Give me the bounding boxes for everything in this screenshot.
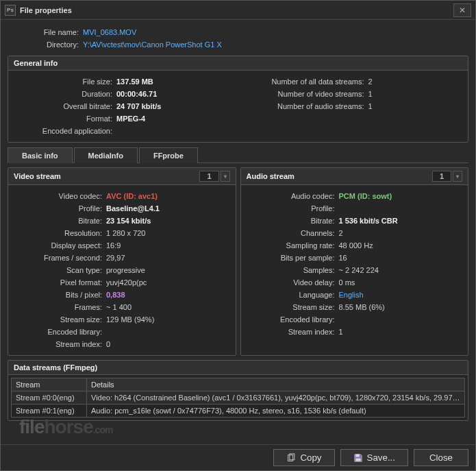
window-close-button[interactable]: ✕ [453,3,471,17]
table-header-row: Stream Details [12,378,465,391]
field-value: PCM (ID: sowt) [339,191,392,202]
field-value: MPEG-4 [116,113,145,124]
audio-stream-title: Audio stream [247,172,295,180]
field-label: Overall bitrate: [14,101,116,112]
field-value: 0 ms [339,277,355,288]
video-stream-title: Video stream [14,172,61,180]
file-name-value[interactable]: MVI_0683.MOV [83,27,136,38]
field-value: 0,838 [106,289,125,300]
directory-value[interactable]: Y:\AV\vctest\mov\Canon PowerShot G1 X [83,39,222,50]
copy-icon [286,453,296,463]
field-value: yuvj420p(pc [106,277,147,288]
window-title: File properties [20,6,453,14]
field-label: Scan type: [14,265,106,276]
audio-stream-panel: Audio stream 1 ▾ Audio codec:PCM (ID: so… [240,167,469,356]
svg-rect-3 [355,458,360,461]
field-label: Bitrate: [247,215,339,226]
file-header: File name: MVI_0683.MOV Directory: Y:\AV… [8,25,468,51]
field-value: 137.59 MB [116,76,153,87]
field-value: ~ 1 400 [106,302,131,313]
field-label: Pixel format: [14,277,106,288]
field-value: 2 [339,228,343,239]
field-label: Stream index: [14,339,106,350]
field-label: Frames / second: [14,252,106,263]
field-value: 24 707 kbit/s [116,101,161,112]
stream-id: Stream #0:0(eng) [12,391,87,404]
field-value: 29,97 [106,252,125,263]
col-details[interactable]: Details [87,378,465,391]
save-icon [353,453,363,463]
general-info-title: General info [8,56,468,71]
table-row[interactable]: Stream #0:0(eng)Video: h264 (Constrained… [12,391,465,404]
field-label: Encoded library: [14,326,106,337]
field-label: Bitrate: [14,215,106,226]
field-value: progressive [106,265,145,276]
field-label: Video delay: [247,277,339,288]
data-streams-group: Data streams (FFmpeg) Stream Details Str… [8,360,468,421]
field-value: 16:9 [106,240,121,251]
field-label: Number of all data streams: [238,76,368,87]
chevron-down-icon[interactable]: ▾ [453,171,462,182]
field-label: Profile: [14,203,106,214]
field-value: 1 [368,101,373,112]
svg-rect-2 [355,454,359,457]
field-label: Channels: [247,228,339,239]
tab-basic-info[interactable]: Basic info [8,147,73,163]
field-value: 48 000 Hz [339,240,373,251]
data-streams-table: Stream Details Stream #0:0(eng)Video: h2… [11,378,465,418]
general-info-group: General info File size:137.59 MBDuration… [8,56,468,143]
field-label: Stream size: [247,302,339,313]
file-name-label: File name: [8,27,83,38]
col-stream[interactable]: Stream [12,378,87,391]
audio-stream-selector[interactable]: 1 ▾ [432,171,462,182]
chevron-down-icon[interactable]: ▾ [221,171,230,182]
field-value: 00:00:46.71 [116,88,157,99]
field-value: 129 MB (94%) [106,314,154,325]
field-label: Stream size: [14,314,106,325]
video-stream-panel: Video stream 1 ▾ Video codec:AVC (ID: av… [8,167,236,356]
field-label: Language: [247,289,339,300]
field-label: Samples: [247,265,339,276]
tab-ffprobe[interactable]: FFprobe [139,147,198,163]
field-value: ~ 2 242 224 [339,265,379,276]
close-icon: ✕ [459,5,466,15]
stream-details: Video: h264 (Constrained Baseline) (avc1… [87,391,465,404]
save-button[interactable]: Save... [340,449,409,466]
titlebar: Ps File properties ✕ [1,1,475,20]
footer: Copy Save... Close [1,444,475,470]
field-value: 1 [368,88,373,99]
field-value: 0 [106,339,110,350]
field-value: Baseline@L4.1 [106,203,160,214]
field-label: Video codec: [14,191,106,202]
close-button[interactable]: Close [414,449,468,466]
field-value: AVC (ID: avc1) [106,191,158,202]
video-stream-number: 1 [199,171,218,182]
field-value: English [339,289,364,300]
directory-label: Directory: [8,39,83,50]
field-label: Audio codec: [247,191,339,202]
field-label: Duration: [14,88,116,99]
field-label: Stream index: [247,326,339,337]
field-value: 16 [339,252,347,263]
field-value: 1 [339,326,343,337]
video-stream-selector[interactable]: 1 ▾ [199,171,229,182]
tabs: Basic info MediaInfo FFprobe [8,147,468,163]
tab-mediainfo[interactable]: MediaInfo [74,147,138,163]
field-label: Display aspect: [14,240,106,251]
field-value: 1 280 x 720 [106,228,146,239]
stream-details: Audio: pcm_s16le (sowt / 0x74776F73), 48… [87,404,465,418]
field-label: Format: [14,113,116,124]
copy-button[interactable]: Copy [273,449,334,466]
field-label: Bits per sample: [247,252,339,263]
field-label: Number of audio streams: [238,101,368,112]
field-label: Profile: [247,203,339,214]
field-label: Encoded application: [14,125,116,136]
app-icon: Ps [5,5,16,16]
data-streams-title: Data streams (FFmpeg) [8,361,468,375]
table-row[interactable]: Stream #0:1(eng)Audio: pcm_s16le (sowt /… [12,404,465,418]
field-value: 2 [368,76,373,87]
field-label: Encoded library: [247,314,339,325]
field-label: Bits / pixel: [14,289,106,300]
field-value: 8.55 MB (6%) [339,302,385,313]
field-value: 23 154 kbit/s [106,215,151,226]
